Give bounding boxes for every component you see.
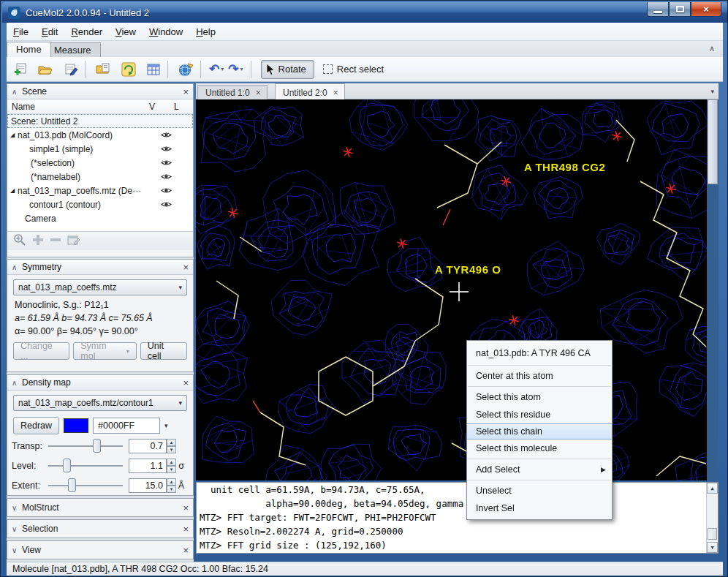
symmetry-dataset-select[interactable]: nat_013_map_coeffs.mtz ▾ [13,279,187,295]
new-scene-button[interactable] [11,60,31,79]
extent-slider[interactable] [48,478,123,492]
close-icon[interactable]: × [183,502,189,513]
visibility-eye-icon[interactable] [161,173,172,183]
undo-group[interactable]: ↶ ▾ [209,61,224,77]
tree-row-contour1[interactable]: contour1 (contour) [7,197,193,211]
tree-row-selection[interactable]: (*selection) [7,156,193,170]
tree-row-simple1[interactable]: simple1 (simple) [7,142,193,156]
slider-thumb[interactable] [63,459,71,472]
save-scene-button[interactable] [61,60,81,79]
chevron-down-icon[interactable]: ∨ [12,525,22,533]
rect-select-tool[interactable]: Rect select [323,64,384,75]
rotate-tool-button[interactable]: Rotate [261,60,314,79]
transparency-spinner[interactable]: ▲▼ [167,439,176,453]
remove-icon[interactable] [50,234,61,248]
undo-dropdown-icon[interactable]: ▾ [221,66,224,72]
color-hex-input[interactable]: #0000FF [93,418,160,434]
unit-cell-button[interactable]: Unit cell [140,342,187,360]
slider-thumb[interactable] [68,478,76,492]
close-button[interactable]: × [691,2,721,17]
expander-icon[interactable]: ◢ [10,132,18,138]
log-console[interactable]: unit cell a=61.59A, b=94.73A, c=75.65A, … [196,482,718,554]
menu-edit[interactable]: Edit [35,24,64,39]
viewport-scrollbar[interactable] [707,99,718,480]
tree-row-namelabel[interactable]: (*namelabel) [7,170,193,184]
restore-button[interactable] [669,2,691,17]
close-tab-icon[interactable]: × [256,88,261,99]
menu-item-select-molecule[interactable]: Select this molecule [467,440,612,457]
visibility-eye-icon[interactable] [161,131,172,141]
close-icon[interactable]: × [178,377,189,388]
extent-spinner[interactable]: ▲▼ [167,478,176,493]
visibility-eye-icon[interactable] [161,200,172,211]
dropdown-arrow-icon[interactable]: ▾ [164,422,168,429]
menu-item-invert-sel[interactable]: Invert Sel [467,499,612,517]
density-mesh-canvas[interactable] [196,99,707,480]
scroll-up-icon[interactable]: ▲ [707,483,718,494]
visibility-eye-icon[interactable] [161,186,172,197]
level-spinner[interactable]: ▲▼ [167,459,176,473]
chevron-up-icon[interactable]: ∧ [12,88,22,96]
titlebar[interactable]: CueMol2 2.0.0.94 - Untitled 2 × [2,2,727,23]
menu-item-select-chain[interactable]: Select this chain [467,423,612,440]
menu-item-center-atom[interactable]: Center at this atom [467,367,612,385]
menu-help[interactable]: Help [189,24,222,39]
collapse-ribbon-button[interactable]: ∧ [705,42,718,56]
close-icon[interactable]: × [178,262,189,273]
close-icon[interactable]: × [183,524,189,535]
level-value[interactable]: 1.1 [129,459,167,473]
chevron-up-icon[interactable]: ∧ [12,379,22,387]
chevron-down-icon[interactable]: ∨ [12,546,22,554]
mol-table-button[interactable] [143,60,164,79]
visibility-eye-icon[interactable] [161,145,172,155]
zoom-plus-icon[interactable] [13,233,26,249]
chevron-up-icon[interactable]: ∧ [12,263,22,271]
density-panel-header[interactable]: ∧ Density map × [7,375,193,391]
redo-group[interactable]: ↷ ▾ [228,61,243,77]
close-icon[interactable]: × [183,545,189,556]
tree-row-molcoord[interactable]: ◢ nat_013.pdb (MolCoord) [7,128,193,142]
color-swatch[interactable] [64,418,88,433]
tree-row-mtz[interactable]: ◢ nat_013_map_coeffs.mtz (De··· [7,184,193,197]
chevron-down-icon[interactable]: ∨ [12,504,22,512]
change-button[interactable]: Change ... [13,342,69,360]
menu-item-select-residue[interactable]: Select this residue [467,406,612,423]
expander-icon[interactable]: ◢ [10,187,18,194]
tab-home[interactable]: Home [7,42,51,57]
visibility-eye-icon[interactable] [161,159,172,169]
reload-file-button[interactable] [118,60,139,79]
density-target-select[interactable]: nat_013_map_coeffs.mtz/contour1 ▾ [13,395,187,411]
viewer-tab-2[interactable]: Untitled 2:0 × [275,83,345,99]
add-icon[interactable] [32,234,44,248]
close-tab-icon[interactable]: × [333,88,338,99]
symm-mol-button[interactable]: Symm mol▾ [73,342,137,360]
render-button[interactable] [176,60,197,79]
symmetry-panel-header[interactable]: ∧ Symmetry × [7,260,193,275]
menu-render[interactable]: Render [64,24,109,39]
menu-item-add-select[interactable]: Add Select ▶ [467,461,612,478]
minimize-button[interactable] [647,2,669,17]
menu-item-unselect[interactable]: Unselect [467,482,612,499]
scroll-down-icon[interactable]: ▼ [707,542,718,553]
selection-panel[interactable]: ∨ Selection × [7,519,194,538]
scene-panel-header[interactable]: ∧ Scene × [7,84,193,99]
open-scene-button[interactable] [36,60,56,79]
log-scrollbar-thumb[interactable] [708,528,717,540]
view-panel[interactable]: ∨ View × [7,540,194,559]
menu-file[interactable]: File [7,24,35,39]
level-slider[interactable] [48,459,123,472]
molecular-viewport[interactable]: A THR498 CG2 A TYR496 O [196,99,718,480]
menu-window[interactable]: Window [143,24,189,39]
properties-icon[interactable] [67,234,80,248]
tree-row-scene[interactable]: Scene: Untitled 2 [7,114,193,128]
tab-measure[interactable]: Measure [45,42,101,57]
slider-thumb[interactable] [93,439,101,453]
menu-item-select-atom[interactable]: Select this atom [467,388,612,406]
extent-value[interactable]: 15.0 [129,478,167,493]
transparency-slider[interactable] [48,439,123,453]
tab-list-dropdown-icon[interactable]: ▾ [710,88,714,95]
redraw-button[interactable]: Redraw [13,417,59,434]
close-icon[interactable]: × [178,86,189,97]
log-scrollbar[interactable]: ▲ ▼ [706,483,718,553]
viewer-tab-1[interactable]: Untitled 1:0 × [197,85,268,99]
